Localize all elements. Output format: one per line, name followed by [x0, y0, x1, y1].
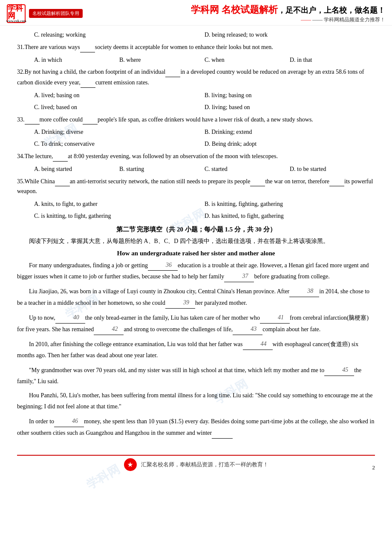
blank-37: 37 [224, 271, 254, 282]
q34-text: 34.The lecture, at 8:00 yesterday evenin… [17, 153, 278, 159]
q33-text: 33. more coffee could people's life span… [17, 116, 313, 123]
q32-text: 32.By not having a child, the carbon foo… [17, 69, 364, 86]
q34-opt-b: B. starting [119, 164, 205, 174]
q31-options: A. in which B. where C. when D. in that [17, 55, 375, 65]
q35-blank2 [250, 176, 265, 187]
header: 学科网 www.zxk.com 名校试题解析团队专用 学科网 名校试题解析，足不… [0, 0, 392, 26]
header-subtitle: —— —— 学科网精品频道全力推荐！ [83, 16, 385, 23]
blank-44: 44 [243, 338, 273, 350]
q33-stem: 33. more coffee could people's life span… [17, 114, 375, 125]
para6: Hou Panzhi, 50, Liu's mother, has been s… [17, 390, 375, 412]
q32-blank1 [165, 66, 180, 77]
q35-options: A. knits, to fight, to gather B. is knit… [17, 199, 375, 209]
para4: In 2010, after finishing the college ent… [17, 338, 375, 361]
passage-title: How an undergraduate raised her sister a… [17, 250, 375, 257]
q34-opt-d: D. to be started [290, 164, 375, 174]
q35-opt-c: C. is knitting, to fight, gathering [34, 211, 205, 221]
q33-opt-a: A. Drinking; diverse [34, 127, 205, 137]
para7: In order to 46 money, she spent less tha… [17, 416, 375, 439]
footer: ★ 汇聚名校名师，奉献精品资源，打造不一样的教育！ 2 [17, 455, 375, 471]
q34-options: A. being started B. starting C. started … [17, 164, 375, 174]
blank-36: 36 [148, 260, 178, 271]
q35-opt-d: D. has knitted, to fight, gathering [205, 211, 375, 221]
q30-option-d: D. being released; to work [205, 30, 375, 40]
q35-opt-a: A. knits, to fight, to gather [34, 199, 205, 209]
q31-opt-b: B. where [119, 55, 205, 65]
header-left: 学科网 www.zxk.com 名校试题解析团队专用 [7, 4, 83, 23]
q35-options-2: C. is knitting, to fight, gathering D. h… [17, 211, 375, 221]
para2: Liu Jiaojiao, 26, was born in a village … [17, 286, 375, 309]
q34-opt-a: A. being started [34, 164, 119, 174]
q32-stem: 32.By not having a child, the carbon foo… [17, 66, 375, 88]
q30-option-c: C. releasing; working [34, 30, 205, 40]
q32-blank2 [81, 77, 95, 88]
para3: Up to now, 40 the only bread-earner in t… [17, 312, 375, 335]
q35-blank1 [55, 176, 70, 187]
q31-blank [80, 42, 95, 52]
title-red: 学科网 [191, 4, 222, 15]
logo-box: 学科网 www.zxk.com [7, 4, 26, 23]
q33-opt-b: B. Drinking; extend [205, 127, 375, 137]
q35-blank3 [329, 176, 344, 187]
q34-stem: 34.The lecture, at 8:00 yesterday evenin… [17, 151, 375, 162]
q31-opt-d: D. in that [290, 55, 375, 65]
subtitle-text: —— 学科网精品频道全力推荐！ [312, 17, 385, 23]
footer-icon: ★ [124, 458, 137, 471]
q35-opt-b: B. is knitting, fighting, gathering [205, 199, 375, 209]
website-text: www.zxk.com [6, 20, 26, 23]
blank-43: 43 [233, 324, 262, 335]
q32-opt-c: C. lived; based on [34, 102, 205, 113]
header-badge: 名校试题解析团队专用 [29, 9, 83, 18]
q31-stem: 31.There are various ways society deems … [17, 42, 375, 52]
blank-39: 39 [165, 297, 195, 309]
q34-opt-c: C. started [205, 164, 290, 174]
footer-text: 汇聚名校名师，奉献精品资源，打造不一样的教育！ [141, 461, 268, 468]
logo-icon: 学科网 www.zxk.com [7, 4, 26, 23]
blank-42: 42 [94, 324, 124, 335]
blank-45: 45 [324, 364, 354, 376]
q32-opt-b: B. living; basing on [205, 90, 375, 101]
q33-opt-d: D. Being drink; adopt [205, 139, 375, 149]
q32-options-2: C. lived; based on D. living; based on [17, 102, 375, 113]
blank-46: 46 [54, 416, 84, 427]
q31-text: 31.There are various ways society deems … [17, 44, 273, 50]
header-right: 学科网 名校试题解析，足不出户，上名校，做名题！ —— —— 学科网精品频道全力… [83, 3, 385, 23]
main-content: C. releasing; working D. being released;… [0, 26, 392, 451]
q30-options-row: C. releasing; working D. being released;… [17, 30, 375, 40]
q33-blank2 [83, 114, 98, 125]
q31-opt-c: C. when [205, 55, 290, 65]
q34-blank [53, 151, 68, 162]
q33-opt-c: C. To drink; conservative [34, 139, 205, 149]
blank-trail [212, 427, 233, 439]
title-main: 名校试题解析 [222, 4, 278, 15]
blank-38: 38 [289, 286, 319, 297]
q35-stem: 35.While China an anti-terrorist securit… [17, 176, 375, 197]
q32-opt-a: A. lived; basing on [34, 90, 205, 101]
section2-title: 第二节 完形填空（共 20 小题；每小题 1.5 分，共 30 分） [17, 225, 375, 234]
q32-options: A. lived; basing on B. living; basing on [17, 90, 375, 101]
title-suffix: ，足不出户，上名校，做名题！ [278, 6, 385, 14]
q32-opt-d: D. living; based on [205, 102, 375, 113]
q33-options: A. Drinking; diverse B. Drinking; extend [17, 127, 375, 137]
footer-page: 2 [372, 464, 375, 471]
blank-40: 40 [55, 312, 85, 324]
q31-opt-a: A. in which [34, 55, 119, 65]
para1: For many undergraduates, finding a job o… [17, 260, 375, 283]
header-title: 学科网 名校试题解析，足不出户，上名校，做名题！ [83, 3, 385, 16]
q35-text: 35.While China an anti-terrorist securit… [17, 178, 373, 195]
blank-41: 41 [260, 312, 290, 324]
q33-options-2: C. To drink; conservative D. Being drink… [17, 139, 375, 149]
para5: "My grandmother was over 70 years old, a… [17, 364, 375, 387]
section2-instruction: 阅读下列短文，掌握其大意，从每题所给的 A、B、C、D 四个选项中，选出最佳选项… [17, 236, 375, 246]
q33-blank1 [25, 114, 40, 125]
